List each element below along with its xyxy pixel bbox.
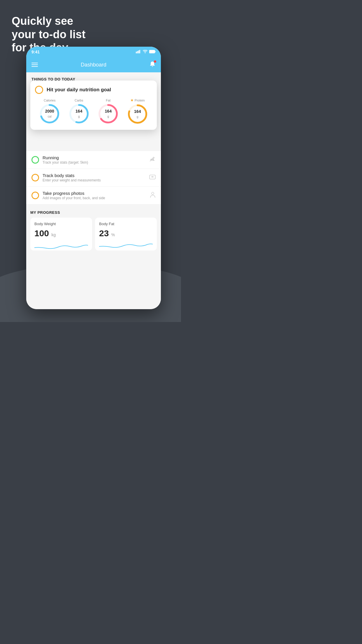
- svg-point-18: [152, 192, 154, 195]
- carbs-ring: 164 g: [68, 103, 89, 124]
- body-fat-value-row: 23 %: [99, 228, 153, 238]
- nutrition-protein: ★ Protein 164 g: [127, 98, 148, 125]
- todo-list: Running Track your stats (target: 5km): [26, 151, 161, 204]
- photos-check-circle: [31, 192, 39, 199]
- body-weight-chart: [34, 242, 88, 251]
- status-bar: 9:41: [26, 47, 161, 57]
- running-text: Running Track your stats (target: 5km): [43, 155, 145, 164]
- scale-icon: [149, 174, 156, 181]
- card-header: Hit your daily nutrition goal: [35, 86, 152, 94]
- svg-rect-0: [136, 52, 137, 53]
- fat-ring: 164 g: [98, 103, 119, 124]
- body-stats-text: Track body stats Enter your weight and m…: [43, 173, 146, 182]
- phone-frame: 9:41: [26, 47, 161, 309]
- body-fat-chart: [99, 242, 153, 251]
- carbs-label: Carbs: [75, 99, 83, 102]
- body-weight-card[interactable]: Body Weight 100 kg: [30, 218, 92, 251]
- notification-dot: [154, 60, 156, 63]
- protein-label: ★ Protein: [130, 98, 145, 102]
- wifi-icon: [143, 50, 147, 54]
- svg-rect-5: [149, 50, 155, 53]
- protein-value: 164 g: [134, 109, 141, 119]
- svg-rect-2: [138, 50, 139, 53]
- nav-title: Dashboard: [81, 62, 106, 68]
- calories-ring: 2000 cal: [39, 103, 60, 124]
- nutrition-fat: Fat 164 g: [98, 99, 119, 124]
- svg-rect-6: [155, 51, 156, 52]
- calories-label: Calories: [44, 99, 55, 102]
- hamburger-menu[interactable]: [31, 63, 38, 67]
- nutrition-calories: Calories 2000 cal: [39, 99, 60, 124]
- svg-point-17: [152, 177, 153, 177]
- todo-list-container: Running Track your stats (target: 5km): [26, 151, 161, 204]
- status-time: 9:41: [31, 50, 40, 54]
- content-area: THINGS TO DO TODAY Hit your daily nutrit…: [26, 72, 161, 309]
- person-icon: [150, 192, 156, 200]
- battery-icon: [149, 50, 156, 54]
- running-desc: Track your stats (target: 5km): [43, 160, 145, 164]
- body-weight-value: 100: [34, 228, 49, 238]
- photos-name: Take progress photos: [43, 191, 146, 196]
- body-weight-card-title: Body Weight: [34, 222, 88, 226]
- svg-rect-1: [137, 51, 138, 53]
- notification-bell-icon[interactable]: [149, 61, 156, 69]
- nutrition-card: Hit your daily nutrition goal Calories 2…: [30, 80, 157, 130]
- body-stats-desc: Enter your weight and measurements: [43, 178, 146, 182]
- body-fat-value: 23: [99, 228, 109, 238]
- svg-point-4: [145, 52, 145, 53]
- progress-section-title: MY PROGRESS: [30, 210, 157, 215]
- calories-value: 2000 cal: [45, 109, 54, 118]
- photos-desc: Add images of your front, back, and side: [43, 196, 146, 200]
- body-stats-name: Track body stats: [43, 173, 146, 178]
- svg-rect-3: [139, 50, 140, 53]
- protein-ring: 164 g: [127, 104, 148, 125]
- todo-item-photos[interactable]: Take progress photos Add images of your …: [26, 187, 161, 204]
- todo-item-running[interactable]: Running Track your stats (target: 5km): [26, 151, 161, 169]
- running-name: Running: [43, 155, 145, 160]
- body-fat-card-title: Body Fat: [99, 222, 153, 226]
- body-fat-card[interactable]: Body Fat 23 %: [95, 218, 157, 251]
- progress-section: MY PROGRESS Body Weight 100 kg Body: [26, 210, 161, 251]
- nutrition-row: Calories 2000 cal Carbs: [35, 98, 152, 125]
- nutrition-check-circle[interactable]: [35, 86, 43, 94]
- star-icon: ★: [130, 98, 134, 102]
- carbs-value: 164 g: [75, 109, 82, 118]
- status-icons: [136, 50, 156, 54]
- body-weight-value-row: 100 kg: [34, 228, 88, 238]
- headline-line1: Quickly see: [12, 15, 85, 28]
- photos-text: Take progress photos Add images of your …: [43, 191, 146, 200]
- nutrition-carbs: Carbs 164 g: [68, 99, 89, 124]
- progress-cards: Body Weight 100 kg Body Fat 23: [30, 218, 157, 251]
- todo-item-body-stats[interactable]: Track body stats Enter your weight and m…: [26, 169, 161, 187]
- running-check-circle: [31, 156, 39, 164]
- signal-icon: [136, 50, 141, 54]
- fat-label: Fat: [106, 99, 110, 102]
- svg-point-15: [153, 157, 154, 158]
- body-fat-unit: %: [111, 232, 115, 237]
- nutrition-card-title: Hit your daily nutrition goal: [47, 87, 111, 93]
- body-stats-check-circle: [31, 174, 39, 181]
- running-icon: [149, 157, 156, 163]
- headline-line2: your to-do list: [12, 28, 85, 41]
- body-weight-unit: kg: [52, 232, 56, 237]
- nav-bar: Dashboard: [26, 57, 161, 72]
- fat-value: 164 g: [105, 109, 112, 118]
